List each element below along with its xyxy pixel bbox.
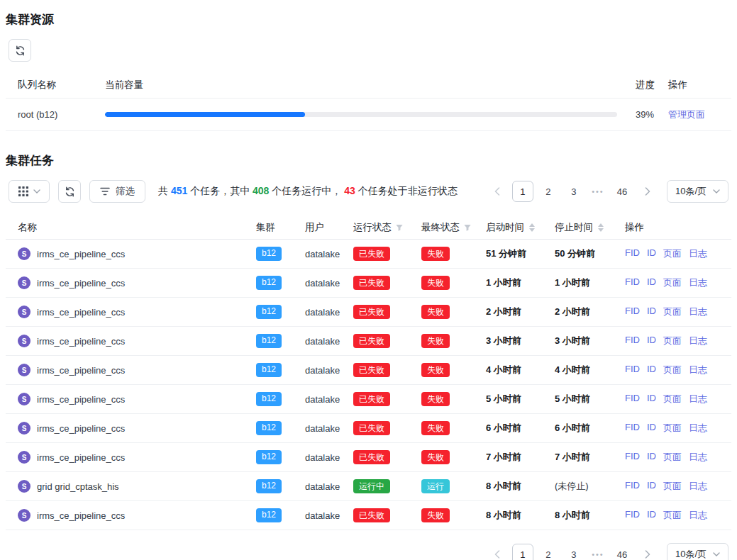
task-name-cell: S irms_ce_pipeline_ccs	[18, 364, 256, 376]
action-id-link[interactable]: ID	[647, 276, 656, 289]
action-fid-link[interactable]: FID	[625, 335, 640, 347]
action-fid-link[interactable]: FID	[625, 509, 640, 522]
chevron-down-icon	[713, 552, 720, 556]
pagination-page-1[interactable]: 1	[512, 181, 533, 202]
page-size-select[interactable]: 10条/页	[667, 543, 728, 560]
action-id-link[interactable]: ID	[647, 364, 656, 376]
page-size-select[interactable]: 10条/页	[667, 180, 728, 203]
spark-avatar-icon: S	[18, 422, 31, 435]
pagination-ellipsis[interactable]: •••	[589, 187, 607, 196]
action-fid-link[interactable]: FID	[625, 364, 640, 376]
col-tasks-action: 操作	[625, 221, 719, 234]
start-time: 8 小时前	[486, 509, 555, 522]
summary-not-running-count: 43	[344, 185, 355, 196]
pagination-page-1[interactable]: 1	[512, 544, 533, 560]
stop-time: (未停止)	[555, 480, 625, 493]
action-page-link[interactable]: 页面	[663, 364, 682, 376]
cluster-tag: b12	[256, 450, 282, 464]
col-start-time: 启动时间	[486, 221, 555, 234]
task-user: datalake	[305, 307, 353, 318]
pagination-page-3[interactable]: 3	[563, 544, 584, 560]
action-fid-link[interactable]: FID	[625, 480, 640, 493]
action-page-link[interactable]: 页面	[663, 393, 682, 405]
row-actions: FID ID 页面 日志	[625, 306, 719, 318]
resources-refresh-button[interactable]	[9, 39, 31, 62]
action-fid-link[interactable]: FID	[625, 393, 640, 405]
action-log-link[interactable]: 日志	[689, 247, 707, 260]
task-user: datalake	[305, 336, 353, 347]
task-user: datalake	[305, 394, 353, 405]
action-page-link[interactable]: 页面	[663, 451, 682, 464]
action-id-link[interactable]: ID	[647, 451, 656, 464]
action-log-link[interactable]: 日志	[689, 393, 707, 405]
refresh-icon	[15, 45, 26, 56]
pagination-ellipsis[interactable]: •••	[589, 550, 607, 559]
pagination-prev-button[interactable]	[487, 181, 508, 202]
task-name: irms_ce_pipeline_ccs	[37, 423, 125, 434]
pagination-page-last[interactable]: 46	[611, 544, 633, 560]
task-user: datalake	[305, 452, 353, 463]
action-page-link[interactable]: 页面	[663, 509, 682, 522]
tasks-toolbar: 筛选 共 451 个任务，其中 408 个任务运行中， 43 个任务处于非运行状…	[6, 179, 731, 215]
action-fid-link[interactable]: FID	[625, 247, 640, 260]
start-time: 8 小时前	[486, 480, 555, 493]
action-fid-link[interactable]: FID	[625, 422, 640, 435]
action-log-link[interactable]: 日志	[689, 422, 707, 435]
column-settings-button[interactable]	[9, 180, 50, 203]
pagination-page-2[interactable]: 2	[538, 544, 559, 560]
action-page-link[interactable]: 页面	[663, 247, 682, 260]
action-id-link[interactable]: ID	[647, 306, 656, 318]
cluster-tag: b12	[256, 305, 282, 318]
action-id-link[interactable]: ID	[647, 247, 656, 260]
action-page-link[interactable]: 页面	[663, 276, 682, 289]
action-page-link[interactable]: 页面	[663, 422, 682, 435]
action-log-link[interactable]: 日志	[689, 276, 707, 289]
action-fid-link[interactable]: FID	[625, 451, 640, 464]
pagination-next-button[interactable]	[637, 544, 658, 560]
action-fid-link[interactable]: FID	[625, 276, 640, 289]
sort-icon[interactable]	[598, 223, 604, 232]
sort-icon[interactable]	[529, 223, 535, 232]
action-fid-link[interactable]: FID	[625, 306, 640, 318]
pagination-next-button[interactable]	[637, 181, 658, 202]
col-run-status: 运行状态	[353, 221, 421, 234]
action-page-link[interactable]: 页面	[663, 480, 682, 493]
capacity-cell	[105, 112, 636, 117]
action-log-link[interactable]: 日志	[689, 509, 707, 522]
action-id-link[interactable]: ID	[647, 422, 656, 435]
action-id-link[interactable]: ID	[647, 393, 656, 405]
task-name: irms_ce_pipeline_ccs	[37, 365, 125, 376]
chevron-down-icon	[33, 189, 40, 194]
manage-page-link[interactable]: 管理页面	[668, 109, 705, 120]
task-name: irms_ce_pipeline_ccs	[37, 278, 125, 289]
spark-avatar-icon: S	[18, 276, 31, 289]
action-id-link[interactable]: ID	[647, 480, 656, 493]
action-log-link[interactable]: 日志	[689, 335, 707, 347]
col-user: 用户	[305, 221, 353, 234]
action-page-link[interactable]: 页面	[663, 335, 682, 347]
pagination-page-last[interactable]: 46	[611, 181, 633, 202]
tasks-refresh-button[interactable]	[58, 180, 81, 203]
pagination-prev-button[interactable]	[487, 544, 508, 560]
filter-funnel-icon[interactable]	[463, 223, 472, 232]
action-log-link[interactable]: 日志	[689, 364, 707, 376]
page: 集群资源 队列名称 当前容量 进度 操作 root (b12) 39%	[0, 0, 737, 560]
pagination-page-3[interactable]: 3	[563, 181, 584, 202]
run-status-badge: 已失败	[353, 508, 390, 522]
start-time: 3 小时前	[486, 335, 555, 347]
action-id-link[interactable]: ID	[647, 335, 656, 347]
start-time: 51 分钟前	[486, 247, 555, 260]
action-log-link[interactable]: 日志	[689, 306, 707, 318]
spark-avatar-icon: S	[18, 393, 31, 405]
row-actions: FID ID 页面 日志	[625, 247, 719, 260]
action-log-link[interactable]: 日志	[689, 451, 707, 464]
run-status-badge: 已失败	[353, 421, 390, 435]
action-log-link[interactable]: 日志	[689, 480, 707, 493]
filter-button[interactable]: 筛选	[89, 180, 145, 203]
action-page-link[interactable]: 页面	[663, 306, 682, 318]
pagination-page-2[interactable]: 2	[538, 181, 559, 202]
task-user: datalake	[305, 249, 353, 259]
cluster-tag: b12	[256, 276, 282, 289]
action-id-link[interactable]: ID	[647, 509, 656, 522]
filter-funnel-icon[interactable]	[395, 223, 404, 232]
